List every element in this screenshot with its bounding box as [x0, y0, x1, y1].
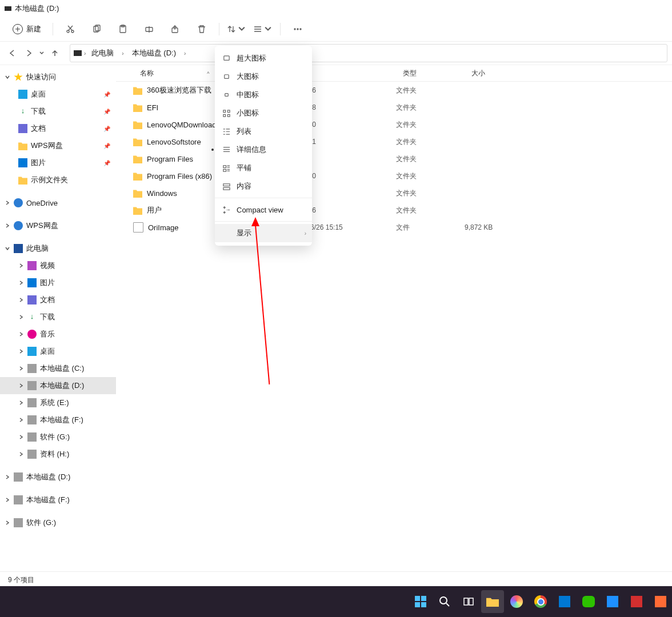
sidebar-label: 快速访问 — [26, 72, 56, 82]
drive-icon — [27, 364, 37, 373]
address-bar[interactable]: › 此电脑 › 本地磁盘 (D:) › — [70, 44, 667, 62]
svg-point-9 — [297, 29, 298, 30]
sidebar-label: 音乐 — [40, 329, 55, 339]
share-button[interactable] — [164, 20, 187, 38]
menu-show[interactable]: 显示› — [215, 224, 312, 242]
sidebar-drive-c[interactable]: 本地磁盘 (C:) — [0, 360, 116, 377]
up-button[interactable] — [47, 45, 63, 61]
file-row[interactable]: LenovoQMDownload6 19:40文件夹 — [116, 116, 672, 133]
new-button[interactable]: 新建 — [7, 22, 47, 37]
svg-rect-17 — [227, 114, 230, 117]
paste-button[interactable] — [111, 20, 134, 38]
chrome-icon — [534, 595, 547, 608]
file-row[interactable]: Windows4:07文件夹 — [116, 185, 672, 202]
menu-xl-icons[interactable]: 超大图标 — [215, 49, 312, 67]
sidebar-downloads[interactable]: ↓下载📌 — [0, 103, 116, 120]
sidebar-label: 图片 — [40, 278, 55, 288]
sidebar-videos[interactable]: 视频 — [0, 257, 116, 274]
more-button[interactable] — [286, 20, 309, 38]
sidebar-label: 下载 — [31, 106, 46, 117]
sidebar-pictures[interactable]: 图片📌 — [0, 154, 116, 171]
recent-button[interactable] — [37, 45, 47, 61]
sidebar-label: 本地磁盘 (C:) — [40, 363, 84, 374]
file-row[interactable]: LenovoSoftstore6 23:31文件夹 — [116, 133, 672, 150]
menu-list[interactable]: 列表 — [215, 122, 312, 141]
sidebar-this-pc[interactable]: 此电脑 — [0, 240, 116, 257]
sort-button[interactable] — [225, 20, 248, 38]
l-icons-icon — [222, 72, 231, 81]
menu-label: 显示 — [237, 228, 251, 238]
sidebar-label: 文档 — [40, 295, 55, 305]
windows-icon — [415, 596, 426, 607]
taskbar-wechat[interactable] — [577, 590, 600, 613]
taskbar-app-3[interactable] — [601, 590, 624, 613]
rename-button[interactable] — [138, 20, 161, 38]
sidebar-downloads-2[interactable]: ↓下载 — [0, 308, 116, 326]
sidebar-desktop[interactable]: 桌面📌 — [0, 86, 116, 103]
sidebar-music[interactable]: 音乐 — [0, 326, 116, 343]
desktop-icon — [27, 347, 37, 356]
taskbar-app-5[interactable] — [649, 590, 672, 613]
search-button[interactable] — [433, 590, 456, 613]
drive-icon — [5, 6, 11, 11]
folder-icon — [133, 137, 142, 146]
menu-m-icons[interactable]: 中图标 — [215, 86, 312, 104]
sidebar-drive-d-2[interactable]: 本地磁盘 (D:) — [0, 468, 116, 486]
sidebar-drive-e[interactable]: 系统 (E:) — [0, 394, 116, 411]
file-row[interactable]: Program Files (x86)6 15:00文件夹 — [116, 167, 672, 185]
file-row[interactable]: 360极速浏览器下载3 17:26文件夹 — [116, 82, 672, 99]
sidebar-quick-access[interactable]: 快速访问 — [0, 69, 116, 86]
taskbar-app-4[interactable] — [625, 590, 648, 613]
pc-icon — [14, 244, 23, 253]
back-button[interactable] — [5, 45, 21, 61]
svg-point-22 — [440, 597, 447, 604]
sidebar-wps-drive[interactable]: WPS网盘📌 — [0, 137, 116, 154]
sidebar-desktop-2[interactable]: 桌面 — [0, 343, 116, 360]
file-row[interactable]: Program Files2:41文件夹 — [116, 150, 672, 167]
picture-icon — [27, 278, 37, 287]
svg-rect-11 — [223, 55, 229, 60]
sidebar-drive-h[interactable]: 资料 (H:) — [0, 446, 116, 463]
menu-tiles[interactable]: 平铺 — [215, 159, 312, 177]
file-type: 文件夹 — [396, 103, 465, 113]
sidebar-drive-f-2[interactable]: 本地磁盘 (F:) — [0, 491, 116, 508]
content-icon — [222, 182, 231, 191]
menu-label: 详细信息 — [237, 145, 266, 155]
menu-s-icons[interactable]: 小图标 — [215, 104, 312, 122]
copy-button[interactable] — [85, 20, 108, 38]
taskbar-app-2[interactable] — [553, 590, 576, 613]
breadcrumb-loc[interactable]: 本地磁盘 (D:) — [129, 47, 179, 59]
sidebar-samples[interactable]: 示例文件夹 — [0, 171, 116, 189]
file-row[interactable]: EFI6 17:18文件夹 — [116, 99, 672, 116]
taskbar-explorer[interactable] — [481, 590, 504, 613]
sidebar-drive-g-2[interactable]: 软件 (G:) — [0, 514, 116, 531]
sidebar-drive-d[interactable]: 本地磁盘 (D:) — [0, 377, 116, 394]
sidebar-documents-2[interactable]: 文档 — [0, 291, 116, 308]
view-button[interactable] — [251, 20, 274, 38]
sidebar-wps-drive-2[interactable]: WPS网盘 — [0, 217, 116, 234]
taskbar-app-1[interactable] — [505, 590, 528, 613]
sidebar-documents[interactable]: 文档📌 — [0, 120, 116, 137]
menu-label: 小图标 — [237, 108, 259, 118]
menu-content[interactable]: 内容 — [215, 177, 312, 195]
menu-details[interactable]: 详细信息 — [215, 141, 312, 159]
sidebar-onedrive[interactable]: OneDrive — [0, 194, 116, 211]
col-type[interactable]: 类型 — [403, 69, 471, 78]
cut-button[interactable] — [59, 20, 82, 38]
task-view-button[interactable] — [457, 590, 480, 613]
taskbar-chrome[interactable] — [529, 590, 552, 613]
sidebar-drive-g[interactable]: 软件 (G:) — [0, 428, 116, 446]
sidebar-drive-f[interactable]: 本地磁盘 (F:) — [0, 411, 116, 428]
chevron-right-icon: › — [181, 49, 189, 58]
file-row[interactable]: OriImage2021/6/26 15:15文件9,872 KB — [116, 219, 672, 236]
menu-l-icons[interactable]: 大图标 — [215, 67, 312, 86]
file-row[interactable]: 用户7 16:06文件夹 — [116, 202, 672, 219]
start-button[interactable] — [409, 590, 432, 613]
col-size[interactable]: 大小 — [471, 69, 529, 78]
menu-label: 大图标 — [237, 71, 259, 82]
menu-compact[interactable]: Compact view — [215, 201, 312, 219]
breadcrumb-pc[interactable]: 此电脑 — [88, 47, 117, 59]
sidebar-pictures-2[interactable]: 图片 — [0, 274, 116, 291]
forward-button[interactable] — [21, 45, 37, 61]
delete-button[interactable] — [190, 20, 213, 38]
